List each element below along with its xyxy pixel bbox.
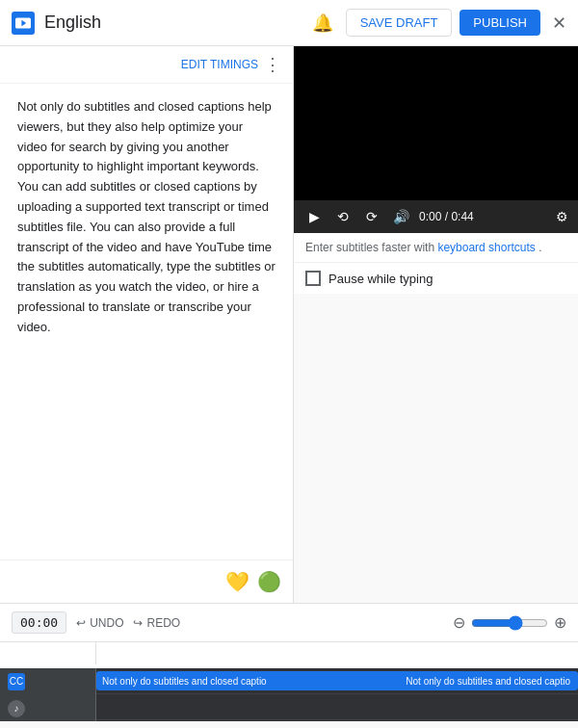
subtitle-hint-suffix: . — [539, 241, 541, 254]
page-title: English — [44, 13, 307, 33]
edit-timings-link[interactable]: EDIT TIMINGS — [181, 58, 258, 71]
play-button[interactable]: ▶ — [303, 206, 325, 227]
timeline-tracks: CC ♪ Not only do subtitles and closed ca… — [0, 668, 578, 721]
rewind-button[interactable]: ⟲ — [332, 206, 354, 227]
play-icon: ▶ — [309, 209, 320, 224]
forward-button[interactable]: ⟳ — [361, 206, 382, 227]
edit-timings-bar: EDIT TIMINGS ⋮ — [0, 46, 293, 84]
video-controls: ▶ ⟲ ⟳ 🔊 0:00 / 0:44 ⚙ — [294, 200, 578, 233]
settings-button[interactable]: ⚙ — [556, 209, 568, 224]
youtube-studio-logo — [12, 12, 35, 35]
rewind-icon: ⟲ — [337, 209, 349, 224]
close-button[interactable]: ✕ — [552, 13, 566, 34]
tracks-sidebar: CC ♪ — [0, 668, 96, 721]
more-options-button[interactable]: ⋮ — [264, 54, 281, 75]
zoom-in-icon: ⊕ — [554, 614, 566, 631]
main-content: EDIT TIMINGS ⋮ Not only do subtitles and… — [0, 46, 578, 603]
emoji-grammarly[interactable]: 🟢 — [257, 570, 281, 593]
notification-button[interactable]: 🔔 — [307, 8, 338, 39]
zoom-out-icon: ⊖ — [453, 614, 465, 631]
tracks-area: Not only do subtitles and closed captio … — [96, 668, 578, 721]
bottom-toolbar: 00:00 ↩ UNDO ↪ REDO ⊖ ⊕ — [0, 603, 578, 641]
volume-icon: 🔊 — [393, 209, 409, 224]
zoom-slider[interactable] — [471, 615, 548, 631]
description-text: Not only do subtitles and closed caption… — [0, 84, 293, 559]
left-panel-footer: 💛 🟢 — [0, 559, 293, 603]
right-panel: ▶ ⟲ ⟳ 🔊 0:00 / 0:44 ⚙ Enter subtitles fa… — [294, 46, 578, 603]
close-icon: ✕ — [552, 13, 566, 33]
clip-text: Not only do subtitles and closed captio — [102, 676, 267, 687]
track-label-subtitle: CC — [0, 668, 95, 694]
pause-while-typing-row: Pause while typing — [294, 263, 578, 294]
header: English 🔔 SAVE DRAFT PUBLISH ✕ — [0, 0, 578, 46]
notification-icon: 🔔 — [312, 13, 333, 34]
subtitle-track-icon: CC — [8, 673, 25, 690]
current-time: 0:00 — [419, 210, 441, 223]
audio-track-row — [96, 694, 578, 720]
timeline-ruler: 00:0001:0002:0003:0004:004:14 — [0, 641, 578, 668]
track-label-audio: ♪ — [0, 695, 95, 721]
tooltip-text: Not only do subtitles and closed captio — [406, 676, 570, 687]
zoom-control: ⊖ ⊕ — [453, 613, 566, 632]
redo-label: REDO — [146, 616, 180, 630]
timecode-display: 00:00 — [12, 611, 66, 634]
left-panel: EDIT TIMINGS ⋮ Not only do subtitles and… — [0, 46, 294, 603]
time-display: 0:00 / 0:44 — [419, 210, 474, 223]
audio-track-icon: ♪ — [8, 700, 25, 717]
publish-button[interactable]: PUBLISH — [460, 10, 540, 36]
settings-icon: ⚙ — [556, 209, 568, 224]
ruler-left-spacer — [0, 642, 96, 664]
more-options-icon: ⋮ — [264, 54, 281, 75]
pause-while-typing-label: Pause while typing — [328, 272, 433, 286]
subtitle-hint: Enter subtitles faster with keyboard sho… — [294, 233, 578, 263]
volume-button[interactable]: 🔊 — [390, 206, 411, 227]
subtitle-hint-text: Enter subtitles faster with — [305, 241, 437, 254]
save-draft-button[interactable]: SAVE DRAFT — [346, 9, 453, 37]
forward-icon: ⟳ — [366, 209, 378, 224]
keyboard-shortcuts-link[interactable]: keyboard shortcuts — [437, 241, 535, 254]
undo-button[interactable]: ↩ UNDO — [76, 616, 123, 630]
clip-tooltip-overlay: Not only do subtitles and closed captio — [398, 671, 578, 690]
pause-while-typing-checkbox[interactable] — [305, 271, 321, 286]
redo-button[interactable]: ↪ REDO — [133, 616, 180, 630]
redo-icon: ↪ — [133, 616, 143, 630]
header-actions: 🔔 SAVE DRAFT PUBLISH ✕ — [307, 8, 566, 39]
undo-label: UNDO — [90, 616, 123, 630]
total-time: 0:44 — [451, 210, 473, 223]
emoji-thumbsup[interactable]: 💛 — [225, 570, 250, 593]
video-player — [294, 46, 578, 200]
zoom-out-button[interactable]: ⊖ — [453, 613, 465, 632]
undo-icon: ↩ — [76, 616, 86, 630]
zoom-in-button[interactable]: ⊕ — [554, 613, 566, 632]
